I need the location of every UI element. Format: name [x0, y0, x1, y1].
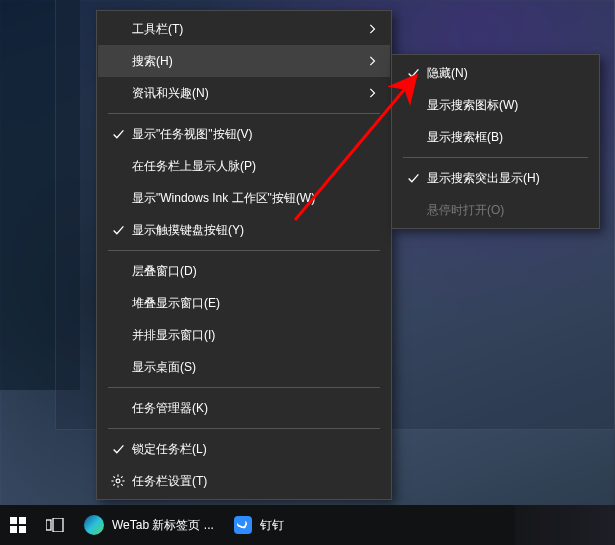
menu-separator — [108, 113, 380, 114]
search-submenu-item: 悬停时打开(O) — [393, 194, 598, 226]
taskbar-app-wetab[interactable]: WeTab 新标签页 ... — [74, 505, 224, 545]
svg-line-8 — [121, 476, 123, 478]
search-submenu-item[interactable]: 显示搜索图标(W) — [393, 89, 598, 121]
menu-separator — [108, 428, 380, 429]
dingtalk-icon — [234, 516, 252, 534]
menu-item-label: 搜索(H) — [132, 53, 362, 70]
menu-item-label: 显示桌面(S) — [132, 359, 362, 376]
taskbar-menu-item[interactable]: 资讯和兴趣(N) — [98, 77, 390, 109]
svg-line-6 — [121, 484, 123, 486]
menu-item-label: 层叠窗口(D) — [132, 263, 362, 280]
gear-icon — [104, 474, 132, 488]
menu-separator — [403, 157, 588, 158]
menu-separator — [108, 250, 380, 251]
taskbar-menu-item[interactable]: 任务栏设置(T) — [98, 465, 390, 497]
check-icon — [399, 172, 427, 185]
svg-line-7 — [113, 484, 115, 486]
svg-rect-13 — [46, 520, 51, 530]
taskbar-menu-item[interactable]: 层叠窗口(D) — [98, 255, 390, 287]
menu-item-label: 资讯和兴趣(N) — [132, 85, 362, 102]
menu-item-label: 在任务栏上显示人脉(P) — [132, 158, 362, 175]
svg-rect-11 — [10, 526, 17, 533]
taskbar-menu-item[interactable]: 显示触摸键盘按钮(Y) — [98, 214, 390, 246]
windows-icon — [10, 517, 26, 533]
menu-item-label: 任务管理器(K) — [132, 400, 362, 417]
menu-item-label: 工具栏(T) — [132, 21, 362, 38]
taskbar-context-menu: 工具栏(T)搜索(H)资讯和兴趣(N)显示"任务视图"按钮(V)在任务栏上显示人… — [96, 10, 392, 500]
menu-item-label: 锁定任务栏(L) — [132, 441, 362, 458]
check-icon — [399, 67, 427, 80]
menu-item-label: 悬停时打开(O) — [427, 202, 570, 219]
chevron-right-icon — [362, 88, 376, 98]
search-submenu-item[interactable]: 隐藏(N) — [393, 57, 598, 89]
taskbar-menu-item[interactable]: 工具栏(T) — [98, 13, 390, 45]
menu-item-label: 任务栏设置(T) — [132, 473, 362, 490]
task-view-icon — [46, 518, 64, 532]
svg-rect-10 — [19, 517, 26, 524]
taskbar-menu-item[interactable]: 并排显示窗口(I) — [98, 319, 390, 351]
taskbar-app-dingtalk[interactable]: 钉钉 — [224, 505, 294, 545]
taskbar-menu-item[interactable]: 锁定任务栏(L) — [98, 433, 390, 465]
search-submenu-item[interactable]: 显示搜索突出显示(H) — [393, 162, 598, 194]
search-submenu-item[interactable]: 显示搜索框(B) — [393, 121, 598, 153]
taskbar-menu-item[interactable]: 显示"Windows Ink 工作区"按钮(W) — [98, 182, 390, 214]
check-icon — [104, 128, 132, 141]
taskbar-menu-item[interactable]: 搜索(H) — [98, 45, 390, 77]
menu-item-label: 并排显示窗口(I) — [132, 327, 362, 344]
menu-item-label: 显示触摸键盘按钮(Y) — [132, 222, 362, 239]
svg-rect-12 — [19, 526, 26, 533]
taskbar-menu-item[interactable]: 堆叠显示窗口(E) — [98, 287, 390, 319]
svg-rect-9 — [10, 517, 17, 524]
taskbar-menu-item[interactable]: 任务管理器(K) — [98, 392, 390, 424]
check-icon — [104, 224, 132, 237]
search-submenu: 隐藏(N)显示搜索图标(W)显示搜索框(B)显示搜索突出显示(H)悬停时打开(O… — [391, 54, 600, 229]
taskbar-menu-item[interactable]: 显示"任务视图"按钮(V) — [98, 118, 390, 150]
taskbar: WeTab 新标签页 ... 钉钉 — [0, 505, 615, 545]
menu-item-label: 显示"任务视图"按钮(V) — [132, 126, 362, 143]
start-button[interactable] — [0, 505, 36, 545]
svg-point-0 — [116, 479, 120, 483]
menu-item-label: 显示搜索突出显示(H) — [427, 170, 570, 187]
taskbar-app-label: 钉钉 — [260, 517, 284, 534]
menu-separator — [108, 387, 380, 388]
menu-item-label: 显示搜索图标(W) — [427, 97, 570, 114]
taskbar-menu-item[interactable]: 显示桌面(S) — [98, 351, 390, 383]
svg-line-5 — [113, 476, 115, 478]
menu-item-label: 显示"Windows Ink 工作区"按钮(W) — [132, 190, 362, 207]
svg-rect-14 — [53, 518, 63, 532]
taskbar-right-tray — [515, 505, 615, 545]
check-icon — [104, 443, 132, 456]
menu-item-label: 显示搜索框(B) — [427, 129, 570, 146]
menu-item-label: 隐藏(N) — [427, 65, 570, 82]
task-view-button[interactable] — [36, 505, 74, 545]
taskbar-app-label: WeTab 新标签页 ... — [112, 517, 214, 534]
chevron-right-icon — [362, 56, 376, 66]
menu-item-label: 堆叠显示窗口(E) — [132, 295, 362, 312]
taskbar-menu-item[interactable]: 在任务栏上显示人脉(P) — [98, 150, 390, 182]
edge-icon — [84, 515, 104, 535]
chevron-right-icon — [362, 24, 376, 34]
